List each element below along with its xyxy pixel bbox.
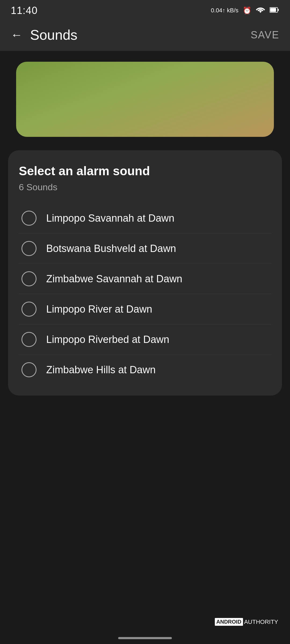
app-bar: ← Sounds SAVE bbox=[0, 19, 290, 51]
sound-name: Zimbabwe Savannah at Dawn bbox=[46, 273, 182, 285]
sound-name: Limpopo Riverbed at Dawn bbox=[46, 334, 169, 345]
radio-circle bbox=[21, 241, 37, 256]
sound-name: Zimbabwe Hills at Dawn bbox=[46, 364, 156, 376]
sound-name: Limpopo River at Dawn bbox=[46, 303, 152, 315]
radio-circle bbox=[21, 362, 37, 377]
page-title: Sounds bbox=[30, 27, 77, 43]
radio-circle bbox=[21, 271, 37, 286]
sound-item[interactable]: Botswana Bushveld at Dawn bbox=[19, 233, 271, 264]
status-bar: 11:40 0.04↑ kB/s ⏰ bbox=[0, 0, 290, 19]
sound-name: Limpopo Savannah at Dawn bbox=[46, 213, 174, 224]
status-time: 11:40 bbox=[11, 5, 38, 16]
card-subtitle: 6 Sounds bbox=[19, 182, 271, 192]
alarm-icon: ⏰ bbox=[243, 6, 251, 15]
sound-item[interactable]: Limpopo River at Dawn bbox=[19, 294, 271, 324]
album-art bbox=[16, 62, 274, 137]
sound-name: Botswana Bushveld at Dawn bbox=[46, 243, 176, 254]
status-icons: 0.04↑ kB/s ⏰ bbox=[211, 6, 279, 15]
svg-rect-2 bbox=[270, 8, 276, 12]
app-bar-left: ← Sounds bbox=[11, 27, 77, 43]
card-title: Select an alarm sound bbox=[19, 164, 271, 178]
watermark-android: ANDROID bbox=[215, 618, 243, 626]
sound-selection-card: Select an alarm sound 6 Sounds Limpopo S… bbox=[8, 150, 282, 396]
network-speed: 0.04↑ kB/s bbox=[211, 7, 238, 14]
wifi-icon bbox=[256, 6, 265, 15]
save-button[interactable]: SAVE bbox=[251, 29, 279, 41]
sound-item[interactable]: Zimbabwe Savannah at Dawn bbox=[19, 264, 271, 294]
home-indicator bbox=[118, 637, 172, 639]
radio-circle bbox=[21, 332, 37, 347]
battery-icon bbox=[270, 6, 279, 15]
radio-circle bbox=[21, 211, 37, 226]
album-art-container bbox=[0, 51, 290, 145]
sound-item[interactable]: Limpopo Savannah at Dawn bbox=[19, 203, 271, 233]
svg-rect-1 bbox=[278, 9, 279, 11]
sound-item[interactable]: Zimbabwe Hills at Dawn bbox=[19, 355, 271, 385]
sound-list: Limpopo Savannah at DawnBotswana Bushvel… bbox=[19, 203, 271, 385]
watermark-authority: AUTHORITY bbox=[244, 619, 278, 625]
sound-item[interactable]: Limpopo Riverbed at Dawn bbox=[19, 324, 271, 355]
watermark: ANDROID AUTHORITY bbox=[211, 616, 282, 628]
back-button[interactable]: ← bbox=[11, 28, 23, 42]
radio-circle bbox=[21, 302, 37, 317]
